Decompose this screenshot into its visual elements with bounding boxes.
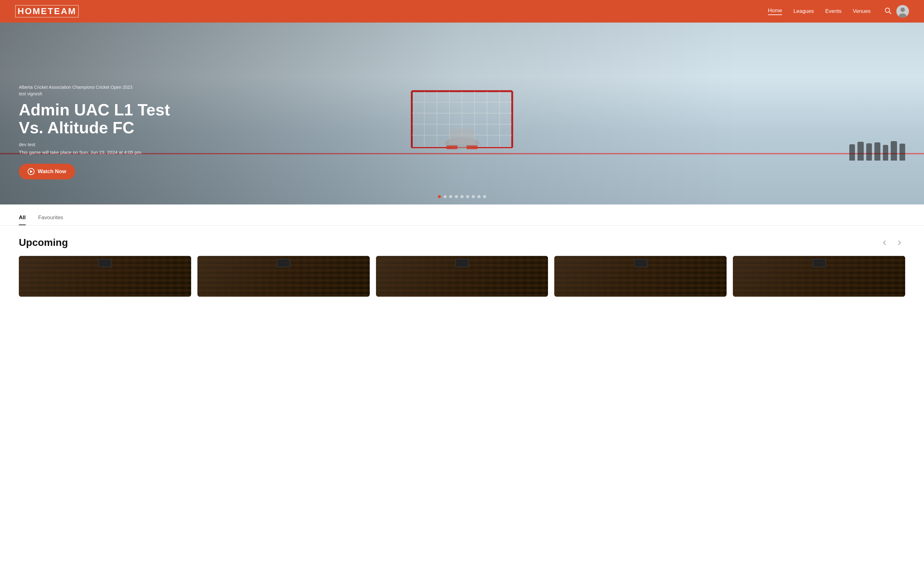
card-5[interactable] <box>733 256 905 297</box>
tabs: All Favourites <box>19 214 905 225</box>
search-icon[interactable] <box>885 7 891 16</box>
card-4[interactable] <box>554 256 727 297</box>
arrow-right-button[interactable] <box>894 237 905 248</box>
hero-date: This game will take place on Sun, Jun 23… <box>19 150 170 155</box>
avatar[interactable] <box>896 5 909 18</box>
hero-content: Alberta Cricket Association Champions Cr… <box>19 84 170 179</box>
cards-row <box>19 256 905 297</box>
tabs-section: All Favourites <box>0 204 924 225</box>
card-3[interactable] <box>376 256 548 297</box>
tab-favourites[interactable]: Favourites <box>38 214 63 225</box>
nav-home[interactable]: Home <box>768 8 782 15</box>
dot-1[interactable] <box>438 195 441 198</box>
dot-6[interactable] <box>466 195 469 198</box>
card-2-thumbnail <box>197 256 370 297</box>
arrow-left-button[interactable] <box>879 237 890 248</box>
dot-5[interactable] <box>460 195 464 198</box>
nav-icons <box>885 5 909 18</box>
upcoming-section: Upcoming <box>0 225 924 304</box>
dot-7[interactable] <box>472 195 475 198</box>
card-1-thumbnail <box>19 256 191 297</box>
nav-arrows <box>879 237 905 248</box>
dot-2[interactable] <box>444 195 447 198</box>
hero-title: Admin UAC L1 Test Vs. Altitude FC <box>19 101 170 137</box>
hero-section: Alberta Cricket Association Champions Cr… <box>0 22 924 204</box>
dot-3[interactable] <box>449 195 452 198</box>
svg-point-3 <box>900 8 905 12</box>
svg-line-1 <box>889 12 891 14</box>
section-header: Upcoming <box>19 237 905 248</box>
card-3-thumbnail <box>376 256 548 297</box>
play-icon <box>28 168 35 175</box>
tab-all[interactable]: All <box>19 214 26 225</box>
card-1[interactable] <box>19 256 191 297</box>
upcoming-title: Upcoming <box>19 237 68 248</box>
watch-now-button[interactable]: Watch Now <box>19 164 75 179</box>
dot-8[interactable] <box>477 195 480 198</box>
dot-4[interactable] <box>455 195 458 198</box>
card-4-thumbnail <box>554 256 727 297</box>
header: HOMETEAM Home Leagues Events Venues <box>0 0 924 22</box>
main-nav: Home Leagues Events Venues <box>768 5 909 18</box>
nav-events[interactable]: Events <box>825 8 841 14</box>
hero-breadcrumb: Alberta Cricket Association Champions Cr… <box>19 84 170 97</box>
hero-tag: dev test <box>19 142 170 147</box>
card-5-thumbnail <box>733 256 905 297</box>
card-2[interactable] <box>197 256 370 297</box>
dot-9[interactable] <box>483 195 486 198</box>
nav-venues[interactable]: Venues <box>853 8 871 14</box>
nav-leagues[interactable]: Leagues <box>793 8 814 14</box>
logo[interactable]: HOMETEAM <box>15 5 79 18</box>
carousel-dots <box>438 195 486 198</box>
